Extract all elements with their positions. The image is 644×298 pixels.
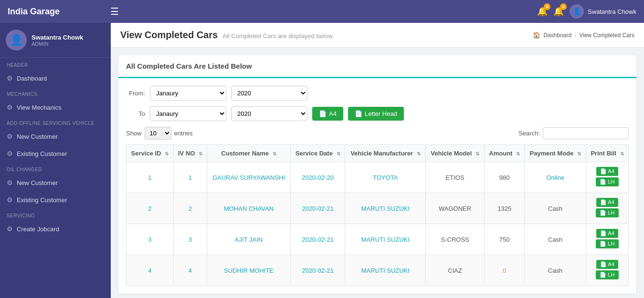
dashboard-bc-icon: 🏠 <box>533 31 540 39</box>
page-subtitle: All Completed Cars are displayed below <box>222 32 333 40</box>
breadcrumb: 🏠 Dashboard › View Completed Cars <box>533 31 634 39</box>
sidebar-item-view-mechanics[interactable]: ⚙ View Mechanics <box>0 99 111 116</box>
cell-vehicle-model: CIAZ <box>426 255 485 286</box>
search-input[interactable] <box>543 127 629 139</box>
cell-service-date: 2020-02-21 <box>290 193 345 224</box>
from-label: From: <box>126 90 145 97</box>
sort-icon: ⇅ <box>620 151 624 156</box>
cell-print-bill: 📄 A4 📄 LH <box>586 162 628 193</box>
lh-label: Letter Head <box>365 110 397 117</box>
cell-print-bill: 📄 A4 📄 LH <box>586 255 628 286</box>
entries-select[interactable]: 102550100 <box>145 127 171 140</box>
cell-print-bill: 📄 A4 📄 LH <box>586 193 628 224</box>
col-vehicle-model: Vehicle Model ⇅ <box>426 145 485 162</box>
sort-icon: ⇅ <box>577 151 581 156</box>
print-lh-button[interactable]: 📄 LH <box>596 208 618 217</box>
print-a4-button[interactable]: 📄 A4 <box>596 260 618 269</box>
a4-label: A4 <box>329 110 337 117</box>
content-area: View Completed Cars All Completed Cars a… <box>111 23 644 298</box>
section-label-header: HEADER <box>0 58 111 70</box>
from-year-select[interactable]: 2019202020212022 <box>231 86 307 101</box>
cell-customer-name: SUDHIR MOHITE <box>207 255 291 286</box>
cell-amount: 1325 <box>484 193 524 224</box>
cell-amount: 980 <box>484 162 524 193</box>
sidebar-item-create-jobcard[interactable]: ⚙ Create Jobcard <box>0 220 111 237</box>
col-vehicle-manufacturer: Vehicle Manufacturer ⇅ <box>345 145 426 162</box>
sidebar-item-label: Create Jobcard <box>17 226 59 233</box>
cell-print-bill: 📄 A4 📄 LH <box>586 224 628 255</box>
bell1-badge: 0 <box>544 3 550 10</box>
sidebar-item-new-customer-1[interactable]: ⚙ New Customer <box>0 128 111 145</box>
sidebar-item-label: Dashboard <box>17 75 47 82</box>
sort-icon: ⇅ <box>516 151 520 156</box>
sidebar-item-label: Existing Customer <box>17 196 67 204</box>
search-label: Search: <box>518 130 540 137</box>
cell-payment-mode: Cash <box>525 193 586 224</box>
a4-icon: 📄 <box>319 110 327 117</box>
from-month-select[interactable]: JanauryFebruaryMarch AprilMayJune JulyAu… <box>150 86 226 101</box>
to-month-select[interactable]: JanauryFebruaryMarch AprilMayJune JulyAu… <box>150 106 226 121</box>
cell-iv-no: 3 <box>173 224 207 255</box>
cell-customer-name: GAURAV SURYAWANSHI <box>207 162 291 193</box>
sidebar-avatar: 👤 <box>6 30 27 51</box>
table-controls: Show 102550100 entries Search: <box>126 127 629 140</box>
col-amount: Amount ⇅ <box>484 145 524 162</box>
sidebar-item-label: Existing Customer <box>17 150 67 157</box>
section-label-servicing: Servicing <box>0 208 111 220</box>
col-print-bill: Print Bill ⇅ <box>586 145 628 162</box>
print-lh-button[interactable]: 📄 LH <box>596 239 618 248</box>
sidebar-item-label: New Customer <box>17 133 58 140</box>
to-filter-row: To JanauryFebruaryMarch AprilMayJune Jul… <box>126 106 629 121</box>
mechanics-icon: ⚙ <box>7 103 13 111</box>
to-year-select[interactable]: 2019202020212022 <box>231 106 307 121</box>
sidebar-user: 👤 Swatantra Chowk ADMIN <box>0 23 111 58</box>
user-avatar-small: 👤 <box>570 4 584 19</box>
sidebar: 👤 Swatantra Chowk ADMIN HEADER ⚙ Dashboa… <box>0 23 111 298</box>
sidebar-item-dashboard[interactable]: ⚙ Dashboard <box>0 70 111 87</box>
new-customer-icon-2: ⚙ <box>7 179 13 186</box>
app-name: India Garage <box>8 7 110 17</box>
a4-export-button[interactable]: 📄 A4 <box>312 107 343 121</box>
cell-payment-mode: Online <box>525 162 586 193</box>
notification-bell-1[interactable]: 🔔 0 <box>537 6 548 17</box>
col-customer-name: Customer Name ⇅ <box>207 145 291 162</box>
section-label-mechanics: Mechanics <box>0 87 111 99</box>
cell-vehicle-manufacturer: MARUTI SUZUKI <box>345 255 426 286</box>
sidebar-item-new-customer-2[interactable]: ⚙ New Customer <box>0 174 111 191</box>
breadcrumb-home[interactable]: Dashboard <box>543 32 571 39</box>
new-customer-icon-1: ⚙ <box>7 133 13 140</box>
panel-body: From: JanauryFebruaryMarch AprilMayJune … <box>118 78 636 294</box>
cell-vehicle-model: WAGONER <box>426 193 485 224</box>
cell-vehicle-model: S-CROSS <box>426 224 485 255</box>
letterhead-export-button[interactable]: 📄 Letter Head <box>348 107 404 121</box>
user-menu[interactable]: 👤 Swatantra Chowk <box>570 4 636 19</box>
existing-customer-icon-2: ⚙ <box>7 196 13 204</box>
breadcrumb-current: View Completed Cars <box>579 32 634 39</box>
print-lh-button[interactable]: 📄 LH <box>596 177 618 186</box>
print-a4-button[interactable]: 📄 A4 <box>596 167 618 176</box>
sidebar-user-role: ADMIN <box>32 41 83 47</box>
notification-bell-2[interactable]: 🔔 0 <box>553 6 564 17</box>
page-header: View Completed Cars All Completed Cars a… <box>111 23 644 48</box>
print-a4-button[interactable]: 📄 A4 <box>596 198 618 207</box>
sort-icon: ⇅ <box>417 151 421 156</box>
panel-title: All Completed Cars Are Listed Below <box>126 62 629 70</box>
from-filter-row: From: JanauryFebruaryMarch AprilMayJune … <box>126 86 629 101</box>
cell-service-date: 2020-02-21 <box>290 224 345 255</box>
print-buttons: 📄 A4 📄 LH <box>590 198 624 219</box>
breadcrumb-separator: › <box>574 32 576 39</box>
entries-label: entries <box>174 130 193 137</box>
cell-payment-mode: Cash <box>525 255 586 286</box>
col-service-id: Service ID ⇅ <box>127 145 174 162</box>
cell-customer-name: AJIT JAIN <box>207 224 291 255</box>
sidebar-item-existing-customer-1[interactable]: ⚙ Existing Customer <box>0 145 111 162</box>
cell-amount: 750 <box>484 224 524 255</box>
print-lh-button[interactable]: 📄 LH <box>596 270 618 279</box>
sidebar-user-name: Swatantra Chowk <box>32 34 83 41</box>
dashboard-icon: ⚙ <box>7 74 13 82</box>
show-entries: Show 102550100 entries <box>126 127 193 140</box>
print-a4-button[interactable]: 📄 A4 <box>596 229 618 238</box>
sidebar-item-existing-customer-2[interactable]: ⚙ Existing Customer <box>0 191 111 208</box>
print-buttons: 📄 A4 📄 LH <box>590 260 624 281</box>
hamburger-icon[interactable]: ☰ <box>110 6 537 17</box>
